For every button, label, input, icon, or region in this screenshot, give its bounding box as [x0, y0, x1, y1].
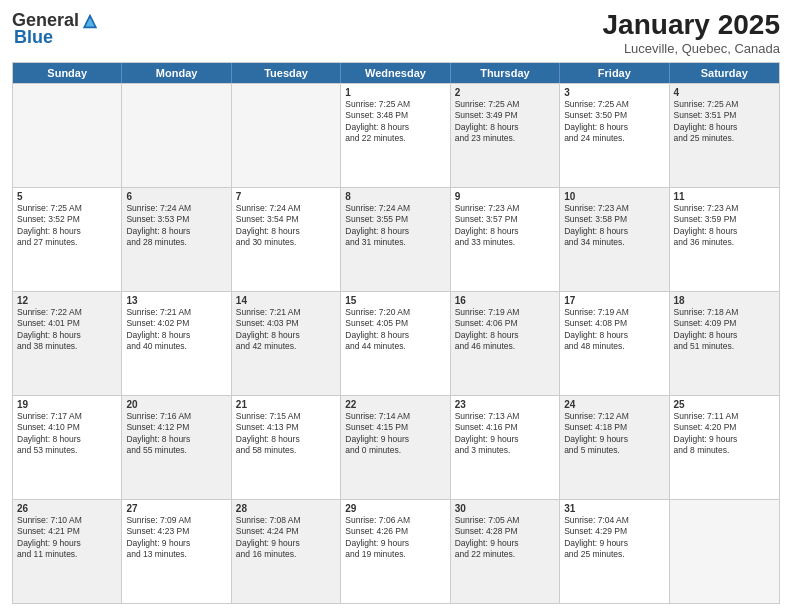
day-info: Sunrise: 7:19 AM Sunset: 4:06 PM Dayligh… [455, 307, 520, 351]
calendar-container: General Blue January 2025 Luceville, Que… [0, 0, 792, 612]
day-info: Sunrise: 7:13 AM Sunset: 4:16 PM Dayligh… [455, 411, 520, 455]
header-day-saturday: Saturday [670, 63, 779, 83]
day-cell-empty-0-0 [13, 84, 122, 187]
day-cell-7: 7Sunrise: 7:24 AM Sunset: 3:54 PM Daylig… [232, 188, 341, 291]
day-number: 11 [674, 191, 775, 202]
day-info: Sunrise: 7:25 AM Sunset: 3:50 PM Dayligh… [564, 99, 629, 143]
day-info: Sunrise: 7:06 AM Sunset: 4:26 PM Dayligh… [345, 515, 410, 559]
day-cell-22: 22Sunrise: 7:14 AM Sunset: 4:15 PM Dayli… [341, 396, 450, 499]
day-info: Sunrise: 7:23 AM Sunset: 3:58 PM Dayligh… [564, 203, 629, 247]
day-cell-24: 24Sunrise: 7:12 AM Sunset: 4:18 PM Dayli… [560, 396, 669, 499]
day-cell-28: 28Sunrise: 7:08 AM Sunset: 4:24 PM Dayli… [232, 500, 341, 603]
week-row-2: 5Sunrise: 7:25 AM Sunset: 3:52 PM Daylig… [13, 187, 779, 291]
week-row-5: 26Sunrise: 7:10 AM Sunset: 4:21 PM Dayli… [13, 499, 779, 603]
day-cell-3: 3Sunrise: 7:25 AM Sunset: 3:50 PM Daylig… [560, 84, 669, 187]
week-row-1: 1Sunrise: 7:25 AM Sunset: 3:48 PM Daylig… [13, 83, 779, 187]
day-cell-16: 16Sunrise: 7:19 AM Sunset: 4:06 PM Dayli… [451, 292, 560, 395]
day-cell-11: 11Sunrise: 7:23 AM Sunset: 3:59 PM Dayli… [670, 188, 779, 291]
day-cell-26: 26Sunrise: 7:10 AM Sunset: 4:21 PM Dayli… [13, 500, 122, 603]
day-cell-18: 18Sunrise: 7:18 AM Sunset: 4:09 PM Dayli… [670, 292, 779, 395]
day-info: Sunrise: 7:17 AM Sunset: 4:10 PM Dayligh… [17, 411, 82, 455]
day-number: 10 [564, 191, 664, 202]
day-info: Sunrise: 7:18 AM Sunset: 4:09 PM Dayligh… [674, 307, 739, 351]
day-number: 3 [564, 87, 664, 98]
day-info: Sunrise: 7:10 AM Sunset: 4:21 PM Dayligh… [17, 515, 82, 559]
day-cell-5: 5Sunrise: 7:25 AM Sunset: 3:52 PM Daylig… [13, 188, 122, 291]
day-info: Sunrise: 7:04 AM Sunset: 4:29 PM Dayligh… [564, 515, 629, 559]
day-cell-19: 19Sunrise: 7:17 AM Sunset: 4:10 PM Dayli… [13, 396, 122, 499]
day-info: Sunrise: 7:11 AM Sunset: 4:20 PM Dayligh… [674, 411, 739, 455]
day-number: 2 [455, 87, 555, 98]
day-info: Sunrise: 7:19 AM Sunset: 4:08 PM Dayligh… [564, 307, 629, 351]
title-block: January 2025 Luceville, Quebec, Canada [603, 10, 780, 56]
day-number: 24 [564, 399, 664, 410]
day-cell-4: 4Sunrise: 7:25 AM Sunset: 3:51 PM Daylig… [670, 84, 779, 187]
day-number: 14 [236, 295, 336, 306]
day-info: Sunrise: 7:25 AM Sunset: 3:48 PM Dayligh… [345, 99, 410, 143]
day-number: 30 [455, 503, 555, 514]
day-number: 20 [126, 399, 226, 410]
week-row-3: 12Sunrise: 7:22 AM Sunset: 4:01 PM Dayli… [13, 291, 779, 395]
day-cell-30: 30Sunrise: 7:05 AM Sunset: 4:28 PM Dayli… [451, 500, 560, 603]
day-number: 17 [564, 295, 664, 306]
calendar-body: 1Sunrise: 7:25 AM Sunset: 3:48 PM Daylig… [13, 83, 779, 603]
day-info: Sunrise: 7:21 AM Sunset: 4:03 PM Dayligh… [236, 307, 301, 351]
day-number: 9 [455, 191, 555, 202]
day-cell-2: 2Sunrise: 7:25 AM Sunset: 3:49 PM Daylig… [451, 84, 560, 187]
day-cell-1: 1Sunrise: 7:25 AM Sunset: 3:48 PM Daylig… [341, 84, 450, 187]
day-cell-empty-0-2 [232, 84, 341, 187]
day-number: 25 [674, 399, 775, 410]
logo: General Blue [12, 10, 99, 48]
header-day-friday: Friday [560, 63, 669, 83]
day-number: 5 [17, 191, 117, 202]
day-cell-9: 9Sunrise: 7:23 AM Sunset: 3:57 PM Daylig… [451, 188, 560, 291]
day-cell-31: 31Sunrise: 7:04 AM Sunset: 4:29 PM Dayli… [560, 500, 669, 603]
day-number: 6 [126, 191, 226, 202]
day-cell-12: 12Sunrise: 7:22 AM Sunset: 4:01 PM Dayli… [13, 292, 122, 395]
day-info: Sunrise: 7:23 AM Sunset: 3:57 PM Dayligh… [455, 203, 520, 247]
day-cell-13: 13Sunrise: 7:21 AM Sunset: 4:02 PM Dayli… [122, 292, 231, 395]
day-cell-21: 21Sunrise: 7:15 AM Sunset: 4:13 PM Dayli… [232, 396, 341, 499]
day-number: 19 [17, 399, 117, 410]
day-number: 4 [674, 87, 775, 98]
day-number: 15 [345, 295, 445, 306]
day-number: 31 [564, 503, 664, 514]
day-cell-empty-0-1 [122, 84, 231, 187]
day-cell-6: 6Sunrise: 7:24 AM Sunset: 3:53 PM Daylig… [122, 188, 231, 291]
day-info: Sunrise: 7:15 AM Sunset: 4:13 PM Dayligh… [236, 411, 301, 455]
day-info: Sunrise: 7:23 AM Sunset: 3:59 PM Dayligh… [674, 203, 739, 247]
logo-icon [81, 12, 99, 30]
day-number: 16 [455, 295, 555, 306]
day-info: Sunrise: 7:22 AM Sunset: 4:01 PM Dayligh… [17, 307, 82, 351]
day-info: Sunrise: 7:25 AM Sunset: 3:49 PM Dayligh… [455, 99, 520, 143]
header-day-tuesday: Tuesday [232, 63, 341, 83]
day-cell-25: 25Sunrise: 7:11 AM Sunset: 4:20 PM Dayli… [670, 396, 779, 499]
header-day-wednesday: Wednesday [341, 63, 450, 83]
day-number: 8 [345, 191, 445, 202]
location: Luceville, Quebec, Canada [603, 41, 780, 56]
day-number: 23 [455, 399, 555, 410]
day-info: Sunrise: 7:25 AM Sunset: 3:52 PM Dayligh… [17, 203, 82, 247]
day-info: Sunrise: 7:24 AM Sunset: 3:54 PM Dayligh… [236, 203, 301, 247]
day-info: Sunrise: 7:20 AM Sunset: 4:05 PM Dayligh… [345, 307, 410, 351]
day-cell-10: 10Sunrise: 7:23 AM Sunset: 3:58 PM Dayli… [560, 188, 669, 291]
day-cell-27: 27Sunrise: 7:09 AM Sunset: 4:23 PM Dayli… [122, 500, 231, 603]
header-day-sunday: Sunday [13, 63, 122, 83]
day-info: Sunrise: 7:21 AM Sunset: 4:02 PM Dayligh… [126, 307, 191, 351]
header: General Blue January 2025 Luceville, Que… [12, 10, 780, 56]
day-cell-8: 8Sunrise: 7:24 AM Sunset: 3:55 PM Daylig… [341, 188, 450, 291]
day-cell-15: 15Sunrise: 7:20 AM Sunset: 4:05 PM Dayli… [341, 292, 450, 395]
day-info: Sunrise: 7:09 AM Sunset: 4:23 PM Dayligh… [126, 515, 191, 559]
day-number: 7 [236, 191, 336, 202]
day-number: 27 [126, 503, 226, 514]
day-number: 13 [126, 295, 226, 306]
day-info: Sunrise: 7:24 AM Sunset: 3:55 PM Dayligh… [345, 203, 410, 247]
day-cell-17: 17Sunrise: 7:19 AM Sunset: 4:08 PM Dayli… [560, 292, 669, 395]
day-cell-14: 14Sunrise: 7:21 AM Sunset: 4:03 PM Dayli… [232, 292, 341, 395]
calendar-header: SundayMondayTuesdayWednesdayThursdayFrid… [13, 63, 779, 83]
header-day-thursday: Thursday [451, 63, 560, 83]
day-info: Sunrise: 7:08 AM Sunset: 4:24 PM Dayligh… [236, 515, 301, 559]
day-number: 1 [345, 87, 445, 98]
day-info: Sunrise: 7:14 AM Sunset: 4:15 PM Dayligh… [345, 411, 410, 455]
day-number: 12 [17, 295, 117, 306]
